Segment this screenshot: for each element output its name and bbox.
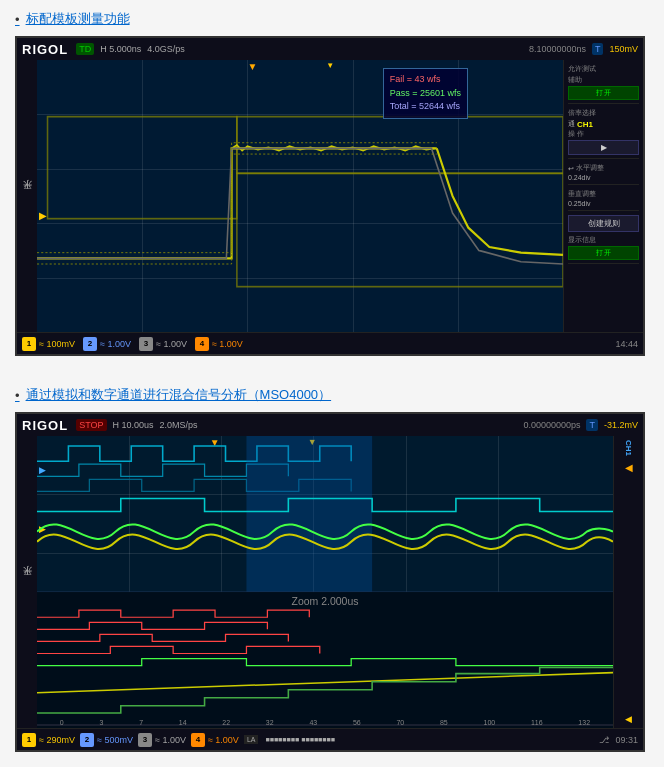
scope1-status-bar: 1 ≈ 100mV 2 ≈ 1.00V 3 ≈ 1.00V 4 ≈ 1.00V … bbox=[17, 332, 643, 354]
open-btn-2[interactable]: 打 开 bbox=[568, 246, 639, 260]
play-btn[interactable]: ▶ bbox=[568, 140, 639, 155]
usb-icon: ⎇ bbox=[599, 735, 609, 745]
scope2-ch2-status: 2 ≈ 500mV bbox=[80, 733, 133, 747]
scope2-ch1-status: 1 ≈ 290mV bbox=[22, 733, 75, 747]
scope2-ch4-val: ≈ 1.00V bbox=[208, 735, 239, 745]
h-value: 0.24div bbox=[568, 174, 639, 181]
scope2-header: RIGOL STOP H 10.00us 2.0MS/ps 0.00000000… bbox=[17, 414, 643, 436]
scope2-ch2-num: 2 bbox=[80, 733, 94, 747]
scope2-ch2-marker-right: ◀ bbox=[625, 714, 632, 724]
open-btn-1[interactable]: 打 开 bbox=[568, 86, 639, 100]
scope2-voltage: -31.2mV bbox=[604, 420, 638, 430]
ch1-status: 1 ≈ 100mV bbox=[22, 337, 75, 351]
la-channels-indicator: ■■■■■■■■ ■■■■■■■■ bbox=[265, 736, 335, 743]
channel-row: 通 CH1 bbox=[568, 119, 639, 129]
scope2-time-div: H 10.00us bbox=[113, 420, 154, 430]
scope2-mode: STOP bbox=[76, 419, 106, 431]
channel-display: CH1 bbox=[577, 120, 593, 129]
scope1-body: 水平 ▼ ▼ ▶ bbox=[17, 60, 643, 332]
scope2-status-bar: 1 ≈ 290mV 2 ≈ 500mV 3 ≈ 1.00V 4 ≈ 1.00V … bbox=[17, 728, 643, 750]
create-rule-btn[interactable]: 创建规则 bbox=[568, 215, 639, 232]
scope2-trigger-badge: T bbox=[586, 419, 598, 431]
panel-h-adjust-section: ↩ 水平调整 0.24div bbox=[568, 163, 639, 185]
scope1-waveform-svg bbox=[37, 60, 563, 332]
scope2-waveform-area: ▼ ▼ ▶ ▶ ▶ bbox=[37, 436, 613, 728]
ch2-status: 2 ≈ 1.00V bbox=[83, 337, 131, 351]
scope1-header-info: TD H 5.000ns 4.0GS/ps 8.10000000ns T 150… bbox=[76, 43, 638, 55]
svg-rect-1 bbox=[237, 173, 563, 286]
fail-count: Fail = 43 wfs bbox=[390, 73, 461, 87]
scope2-ch3-val: ≈ 1.00V bbox=[155, 735, 186, 745]
scope2-trigger-up: ◀ bbox=[625, 462, 633, 473]
scope1-left-label: 水平 bbox=[17, 60, 37, 332]
ch1-num: 1 bbox=[22, 337, 36, 351]
total-count: Total = 52644 wfs bbox=[390, 100, 461, 114]
svg-rect-0 bbox=[48, 117, 237, 219]
ch1-val: ≈ 100mV bbox=[39, 339, 75, 349]
scope1-voltage: 150mV bbox=[609, 44, 638, 54]
scope2-ch1-label: CH1 bbox=[624, 440, 633, 456]
scope2-header-info: STOP H 10.00us 2.0MS/ps 0.00000000ps T -… bbox=[76, 419, 638, 431]
scope1-right-panel: 允许测试 辅助 打 开 倍率选择 通 CH1 操 作 ▶ ↩ 水平 bbox=[563, 60, 643, 332]
ch3-val: ≈ 1.00V bbox=[156, 339, 187, 349]
scope2-container: RIGOL STOP H 10.00us 2.0MS/ps 0.00000000… bbox=[15, 412, 645, 752]
v-value: 0.25div bbox=[568, 200, 639, 207]
scope2-right-panel: CH1 ◀ ◀ bbox=[613, 436, 643, 728]
ch2-val: ≈ 1.00V bbox=[100, 339, 131, 349]
scope2-ch4-status: 4 ≈ 1.00V bbox=[191, 733, 239, 747]
scope1-mode: TD bbox=[76, 43, 94, 55]
ch3-status: 3 ≈ 1.00V bbox=[139, 337, 187, 351]
ch4-val: ≈ 1.00V bbox=[212, 339, 243, 349]
ch4-status: 4 ≈ 1.00V bbox=[195, 337, 243, 351]
scope1-trigger-time: 8.10000000ns bbox=[529, 44, 586, 54]
scope2-ch4-num: 4 bbox=[191, 733, 205, 747]
rigol-logo-1: RIGOL bbox=[22, 42, 68, 57]
time-markers: 0 3 7 14 22 32 43 56 70 85 100 116 132 bbox=[37, 719, 613, 726]
ch3-num: 3 bbox=[139, 337, 153, 351]
section1-link[interactable]: 标配模板测量功能 bbox=[15, 10, 649, 28]
scope1-time: 14:44 bbox=[615, 339, 638, 349]
section2-link[interactable]: 通过模拟和数字通道进行混合信号分析（MSO4000） bbox=[15, 386, 649, 404]
scope2-waveform-svg: Zoom 2.000us bbox=[37, 436, 613, 728]
scope2-ch1-num: 1 bbox=[22, 733, 36, 747]
panel-mask-section: 倍率选择 通 CH1 操 作 ▶ bbox=[568, 108, 639, 159]
ch4-num: 4 bbox=[195, 337, 209, 351]
through-label: 通 bbox=[568, 119, 575, 129]
svg-rect-5 bbox=[37, 592, 613, 728]
scope2-ch3-status: 3 ≈ 1.00V bbox=[138, 733, 186, 747]
scope2-ch1-val: ≈ 290mV bbox=[39, 735, 75, 745]
svg-rect-2 bbox=[237, 117, 563, 174]
scope2-left-label: 水平 bbox=[17, 436, 37, 728]
scope1-waveform-area: ▼ ▼ ▶ bbox=[37, 60, 563, 332]
scope2-body: 水平 ▼ ▼ ▶ bbox=[17, 436, 643, 728]
scope1-sample-rate: 4.0GS/ps bbox=[147, 44, 185, 54]
operation-label: 操 作 bbox=[568, 129, 639, 139]
scope2-time: ⎇ 09:31 bbox=[599, 735, 638, 745]
scope1-time-div: H 5.000ns bbox=[100, 44, 141, 54]
scope2-ch2-val: ≈ 500mV bbox=[97, 735, 133, 745]
rigol-logo-2: RIGOL bbox=[22, 418, 68, 433]
h-adjust-row: ↩ 水平调整 bbox=[568, 163, 639, 174]
scope1-info-box: Fail = 43 wfs Pass = 25601 wfs Total = 5… bbox=[383, 68, 468, 119]
panel-v-adjust-section: 垂直调整 0.25div bbox=[568, 189, 639, 211]
pass-count: Pass = 25601 wfs bbox=[390, 87, 461, 101]
scope2-ch3-num: 3 bbox=[138, 733, 152, 747]
panel-advanced-test-section: 允许测试 辅助 打 开 bbox=[568, 64, 639, 104]
scope1-trigger-badge: T bbox=[592, 43, 604, 55]
svg-text:Zoom 2.000us: Zoom 2.000us bbox=[292, 596, 359, 607]
scope1-container: RIGOL TD H 5.000ns 4.0GS/ps 8.10000000ns… bbox=[15, 36, 645, 356]
la-badge: LA bbox=[244, 735, 259, 744]
scope2-trigger-time: 0.00000000ps bbox=[523, 420, 580, 430]
section-divider bbox=[15, 374, 649, 386]
ch2-num: 2 bbox=[83, 337, 97, 351]
panel-show-info-section: 显示信息 打 开 bbox=[568, 235, 639, 264]
scope1-header: RIGOL TD H 5.000ns 4.0GS/ps 8.10000000ns… bbox=[17, 38, 643, 60]
scope2-sample-rate: 2.0MS/ps bbox=[160, 420, 198, 430]
page-container: 标配模板测量功能 RIGOL TD H 5.000ns 4.0GS/ps 8.1… bbox=[0, 0, 664, 767]
svg-rect-3 bbox=[246, 436, 372, 592]
